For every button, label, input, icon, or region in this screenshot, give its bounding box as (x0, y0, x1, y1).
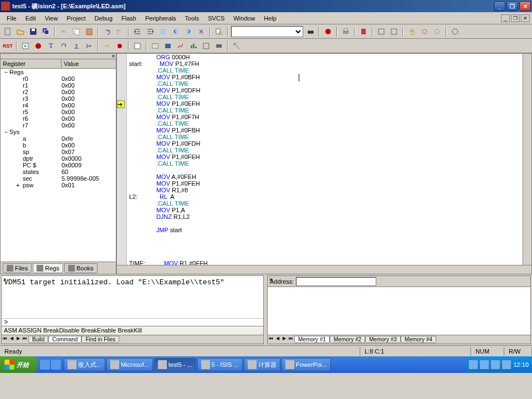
step-over-button[interactable] (58, 40, 69, 52)
output-tab-find-in-files[interactable]: Find in Files (81, 336, 119, 343)
output-close-button[interactable]: ✕ (3, 277, 7, 283)
step-out-button[interactable] (71, 40, 82, 52)
output-tab-command[interactable]: Command (48, 336, 81, 343)
tray-icon[interactable] (502, 360, 511, 369)
reset-button[interactable]: RST (2, 40, 13, 52)
memory-close-button[interactable]: ✕ (269, 277, 273, 283)
quick-launch-item[interactable] (51, 360, 61, 370)
register-r0[interactable]: r00x00 (1, 75, 116, 82)
register-sec[interactable]: sec5.99998e-005 (1, 175, 116, 182)
search-combo[interactable] (231, 26, 303, 37)
find-in-files-button[interactable] (213, 26, 224, 37)
minimize-button[interactable]: _ (494, 1, 505, 11)
tab-nav-prev[interactable]: ◀ (8, 336, 15, 344)
mdi-restore-button[interactable]: ❐ (511, 14, 520, 22)
register-r7[interactable]: r70x00 (1, 122, 116, 129)
tab-nav-last[interactable]: ⏭ (288, 336, 294, 344)
toolbox-button[interactable] (231, 40, 242, 52)
serial-window-button[interactable] (162, 40, 173, 52)
save-button[interactable] (28, 26, 39, 37)
run-button[interactable] (20, 40, 31, 52)
register-r3[interactable]: r30x00 (1, 95, 116, 102)
menu-debug[interactable]: Debug (90, 14, 117, 23)
tab-nav-prev[interactable]: ◀ (274, 336, 281, 344)
show-next-button[interactable] (101, 40, 112, 52)
bookmark-clear-button[interactable] (196, 26, 207, 37)
register-a[interactable]: a0xfe (1, 135, 116, 142)
register-dptr[interactable]: dptr0x0000 (1, 155, 116, 162)
register-sp[interactable]: sp0x07 (1, 149, 116, 155)
bookmark-next-button[interactable] (183, 26, 194, 37)
vertical-scrollbar[interactable] (523, 54, 531, 265)
menu-window[interactable]: Window (229, 14, 259, 23)
register-r2[interactable]: r20x00 (1, 89, 116, 95)
tab-nav-next[interactable]: ▶ (15, 336, 22, 344)
register-group-regs[interactable]: −Regs (1, 69, 116, 75)
register-states[interactable]: states60 (1, 168, 116, 175)
register-group-sys[interactable]: −Sys (1, 129, 116, 135)
disassembly-button[interactable] (132, 40, 143, 52)
command-input[interactable]: > (2, 318, 263, 326)
tab-nav-first[interactable]: ⏮ (268, 336, 274, 344)
menu-flash[interactable]: Flash (117, 14, 141, 23)
tab-files[interactable]: Files (3, 263, 32, 273)
close-button[interactable]: ✕ (519, 1, 531, 11)
step-into-button[interactable] (45, 40, 57, 52)
taskbar-task[interactable]: test5 - ... (154, 358, 196, 371)
register-r4[interactable]: r40x00 (1, 102, 116, 109)
window2-button[interactable] (388, 26, 400, 37)
menu-peripherals[interactable]: Peripherals (141, 14, 181, 23)
undo-button[interactable] (101, 26, 112, 37)
menu-file[interactable]: File (2, 14, 21, 23)
clock[interactable]: 12:10 (513, 361, 529, 368)
tool2-button[interactable] (419, 26, 430, 37)
menu-edit[interactable]: Edit (21, 14, 40, 23)
menu-tools[interactable]: Tools (181, 14, 204, 23)
memory-tab-memory4[interactable]: Memory #4 (401, 336, 436, 343)
tab-regs[interactable]: Regs (33, 263, 63, 273)
bookmark-prev-button[interactable] (170, 26, 181, 37)
performance-button[interactable] (188, 40, 199, 52)
output-tab-build[interactable]: Build (28, 336, 48, 343)
tab-nav-next[interactable]: ▶ (281, 336, 288, 344)
horizontal-scrollbar[interactable] (117, 265, 531, 274)
register-r5[interactable]: r50x00 (1, 109, 116, 115)
taskbar-task[interactable]: 5 - ISIS ... (197, 358, 243, 371)
menu-project[interactable]: Project (62, 14, 90, 23)
taskbar-task[interactable]: 计算器 (244, 358, 280, 371)
menu-help[interactable]: Help (259, 14, 281, 23)
tab-nav-last[interactable]: ⏭ (22, 336, 28, 344)
indent-left-button[interactable] (132, 26, 143, 37)
new-file-button[interactable] (2, 26, 13, 37)
quick-launch-item[interactable] (40, 360, 50, 370)
help-button[interactable] (358, 26, 369, 37)
register-b[interactable]: b0x00 (1, 142, 116, 149)
cut-button[interactable]: ✂ (58, 26, 69, 37)
code-area[interactable]: ORG 0000H start: MOV P1,#7FH .CALL TIME … (127, 54, 523, 265)
tool3-button[interactable] (432, 26, 443, 37)
tab-books[interactable]: Books (64, 263, 98, 273)
tool4-button[interactable] (449, 26, 461, 37)
debug-button[interactable] (323, 26, 334, 37)
register-r1[interactable]: r10x00 (1, 82, 116, 89)
start-button[interactable]: 开始 (0, 356, 38, 373)
copy-button[interactable] (71, 26, 82, 37)
open-file-button[interactable] (15, 26, 26, 37)
menu-view[interactable]: View (40, 14, 63, 23)
panel-close-button[interactable]: ✕ (110, 54, 116, 59)
find-button[interactable] (305, 26, 316, 37)
mdi-close-button[interactable]: ✕ (521, 14, 530, 22)
paste-button[interactable] (84, 26, 95, 37)
save-all-button[interactable] (40, 26, 52, 37)
output-text[interactable]: VDM51 target initialized. Load "E:\\Exam… (2, 276, 263, 318)
register-psw[interactable]: +psw0x01 (1, 182, 116, 188)
menu-svcs[interactable]: SVCS (203, 14, 229, 23)
tray-icon[interactable] (480, 360, 489, 369)
taskbar-task[interactable]: Microsof... (106, 358, 153, 371)
register-r6[interactable]: r60x00 (1, 115, 116, 122)
address-input[interactable] (296, 277, 376, 286)
memory-tab-memory2[interactable]: Memory #2 (330, 336, 365, 343)
code-coverage-button[interactable] (201, 40, 212, 52)
tray-icon[interactable] (491, 360, 500, 369)
register-PC[interactable]: PC $0x0009 (1, 162, 116, 168)
